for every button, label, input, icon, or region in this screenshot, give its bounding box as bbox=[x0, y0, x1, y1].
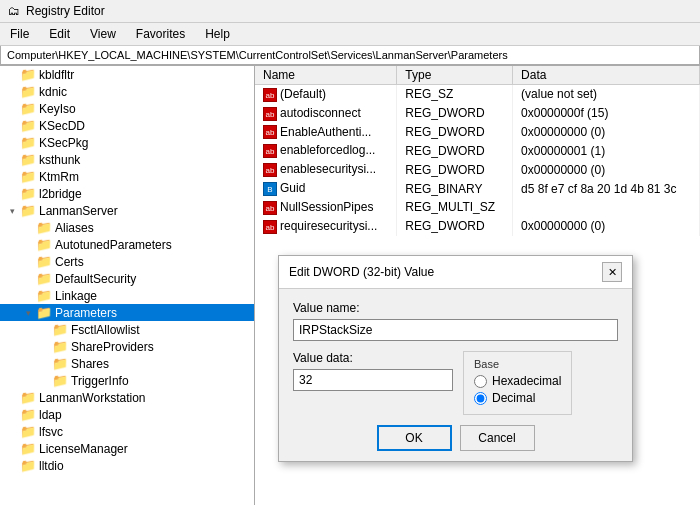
tree-item-ShareProviders[interactable]: 📁 ShareProviders bbox=[0, 338, 254, 355]
folder-icon-TriggerInfo: 📁 bbox=[52, 373, 68, 388]
tree-item-lfsvc[interactable]: 📁 lfsvc bbox=[0, 423, 254, 440]
tree-item-kdnic[interactable]: 📁 kdnic bbox=[0, 83, 254, 100]
cell-data: d5 8f e7 cf 8a 20 1d 4b 81 3c bbox=[513, 179, 700, 198]
folder-icon-LanmanWorkstation: 📁 bbox=[20, 390, 36, 405]
cell-data: 0x00000001 (1) bbox=[513, 141, 700, 160]
tree-item-KtmRm[interactable]: 📁 KtmRm bbox=[0, 168, 254, 185]
tree-item-l2bridge[interactable]: 📁 l2bridge bbox=[0, 185, 254, 202]
cancel-button[interactable]: Cancel bbox=[460, 425, 535, 451]
cell-data: 0x00000000 (0) bbox=[513, 123, 700, 142]
table-row[interactable]: ab(Default) REG_SZ (value not set) bbox=[255, 85, 700, 104]
reg-sz-icon: ab bbox=[263, 107, 277, 121]
hexadecimal-radio[interactable] bbox=[474, 375, 487, 388]
tree-label-LicenseManager: LicenseManager bbox=[39, 442, 128, 456]
table-row[interactable]: abrequiresecuritysi... REG_DWORD 0x00000… bbox=[255, 217, 700, 236]
base-label: Base bbox=[474, 358, 561, 370]
cell-name: abenableforcedlog... bbox=[255, 141, 397, 160]
tree-label-KSecPkg: KSecPkg bbox=[39, 136, 88, 150]
table-row[interactable]: abenablesecuritysi... REG_DWORD 0x000000… bbox=[255, 160, 700, 179]
reg-sz-icon: ab bbox=[263, 88, 277, 102]
tree-item-Certs[interactable]: 📁 Certs bbox=[0, 253, 254, 270]
folder-icon-Linkage: 📁 bbox=[36, 288, 52, 303]
folder-icon-KSecDD: 📁 bbox=[20, 118, 36, 133]
menu-favorites[interactable]: Favorites bbox=[126, 25, 195, 43]
app-icon: 🗂 bbox=[8, 4, 20, 18]
menu-edit[interactable]: Edit bbox=[39, 25, 80, 43]
tree-label-lfsvc: lfsvc bbox=[39, 425, 63, 439]
dec-radio-row: Decimal bbox=[474, 391, 561, 405]
dialog-data-row: Value data: Base Hexadecimal Decimal bbox=[293, 351, 618, 415]
menu-view[interactable]: View bbox=[80, 25, 126, 43]
table-row[interactable]: abNullSessionPipes REG_MULTI_SZ bbox=[255, 198, 700, 217]
table-row[interactable]: abenableforcedlog... REG_DWORD 0x0000000… bbox=[255, 141, 700, 160]
cell-type: REG_DWORD bbox=[397, 141, 513, 160]
tree-item-LanmanServer[interactable]: ▾ 📁 LanmanServer bbox=[0, 202, 254, 219]
decimal-label: Decimal bbox=[492, 391, 535, 405]
tree-item-Aliases[interactable]: 📁 Aliases bbox=[0, 219, 254, 236]
folder-icon-KeyIso: 📁 bbox=[20, 101, 36, 116]
table-row[interactable]: abEnableAuthenti... REG_DWORD 0x00000000… bbox=[255, 123, 700, 142]
dialog-close-button[interactable]: ✕ bbox=[602, 262, 622, 282]
tree-item-LanmanWorkstation[interactable]: 📁 LanmanWorkstation bbox=[0, 389, 254, 406]
value-data-label: Value data: bbox=[293, 351, 453, 365]
tree-label-ksthunk: ksthunk bbox=[39, 153, 80, 167]
cell-data: 0x00000000 (0) bbox=[513, 160, 700, 179]
tree-toggle-LanmanServer[interactable]: ▾ bbox=[4, 206, 20, 216]
value-data-input[interactable] bbox=[293, 369, 453, 391]
folder-icon-Certs: 📁 bbox=[36, 254, 52, 269]
tree-label-kdnic: kdnic bbox=[39, 85, 67, 99]
ok-button[interactable]: OK bbox=[377, 425, 452, 451]
tree-item-KeyIso[interactable]: 📁 KeyIso bbox=[0, 100, 254, 117]
reg-sz-icon: ab bbox=[263, 220, 277, 234]
menu-help[interactable]: Help bbox=[195, 25, 240, 43]
tree-item-lltdio[interactable]: 📁 lltdio bbox=[0, 457, 254, 474]
dialog-buttons: OK Cancel bbox=[293, 425, 618, 451]
tree-item-ldap[interactable]: 📁 ldap bbox=[0, 406, 254, 423]
tree-label-Shares: Shares bbox=[71, 357, 109, 371]
tree-item-KSecPkg[interactable]: 📁 KSecPkg bbox=[0, 134, 254, 151]
table-row[interactable]: abautodisconnect REG_DWORD 0x0000000f (1… bbox=[255, 104, 700, 123]
folder-icon-ShareProviders: 📁 bbox=[52, 339, 68, 354]
menu-file[interactable]: File bbox=[0, 25, 39, 43]
tree-item-FsctlAllowlist[interactable]: 📁 FsctlAllowlist bbox=[0, 321, 254, 338]
folder-icon-kdnic: 📁 bbox=[20, 84, 36, 99]
tree-label-LanmanServer: LanmanServer bbox=[39, 204, 118, 218]
tree-label-KSecDD: KSecDD bbox=[39, 119, 85, 133]
cell-type: REG_MULTI_SZ bbox=[397, 198, 513, 217]
tree-item-kbldfltr[interactable]: 📁 kbldfltr bbox=[0, 66, 254, 83]
reg-sz-icon: ab bbox=[263, 201, 277, 215]
tree-item-Linkage[interactable]: 📁 Linkage bbox=[0, 287, 254, 304]
tree-item-AutotunedParameters[interactable]: 📁 AutotunedParameters bbox=[0, 236, 254, 253]
tree-panel[interactable]: 📁 kbldfltr 📁 kdnic 📁 KeyIso 📁 KSecDD 📁 K… bbox=[0, 66, 255, 505]
tree-item-KSecDD[interactable]: 📁 KSecDD bbox=[0, 117, 254, 134]
title-bar: 🗂 Registry Editor bbox=[0, 0, 700, 23]
tree-toggle-Parameters[interactable]: ▾ bbox=[20, 308, 36, 318]
folder-icon-LicenseManager: 📁 bbox=[20, 441, 36, 456]
value-name-input[interactable] bbox=[293, 319, 618, 341]
tree-label-Aliases: Aliases bbox=[55, 221, 94, 235]
col-name: Name bbox=[255, 66, 397, 85]
base-group: Base Hexadecimal Decimal bbox=[463, 351, 572, 415]
cell-name: ab(Default) bbox=[255, 85, 397, 104]
decimal-radio[interactable] bbox=[474, 392, 487, 405]
folder-icon-FsctlAllowlist: 📁 bbox=[52, 322, 68, 337]
cell-name: abrequiresecuritysi... bbox=[255, 217, 397, 236]
tree-item-Shares[interactable]: 📁 Shares bbox=[0, 355, 254, 372]
folder-icon-Parameters: 📁 bbox=[36, 305, 52, 320]
address-bar: Computer\HKEY_LOCAL_MACHINE\SYSTEM\Curre… bbox=[0, 46, 700, 65]
tree-item-Parameters[interactable]: ▾ 📁 Parameters bbox=[0, 304, 254, 321]
tree-item-LicenseManager[interactable]: 📁 LicenseManager bbox=[0, 440, 254, 457]
cell-type: REG_BINARY bbox=[397, 179, 513, 198]
value-data-section: Value data: bbox=[293, 351, 453, 415]
tree-item-ksthunk[interactable]: 📁 ksthunk bbox=[0, 151, 254, 168]
cell-type: REG_DWORD bbox=[397, 123, 513, 142]
reg-bin-icon: B bbox=[263, 182, 277, 196]
folder-icon-LanmanServer: 📁 bbox=[20, 203, 36, 218]
reg-sz-icon: ab bbox=[263, 144, 277, 158]
folder-icon-KSecPkg: 📁 bbox=[20, 135, 36, 150]
registry-table: Name Type Data ab(Default) REG_SZ (value… bbox=[255, 66, 700, 236]
table-row[interactable]: BGuid REG_BINARY d5 8f e7 cf 8a 20 1d 4b… bbox=[255, 179, 700, 198]
tree-item-DefaultSecurity[interactable]: 📁 DefaultSecurity bbox=[0, 270, 254, 287]
folder-icon-ldap: 📁 bbox=[20, 407, 36, 422]
tree-item-TriggerInfo[interactable]: 📁 TriggerInfo bbox=[0, 372, 254, 389]
